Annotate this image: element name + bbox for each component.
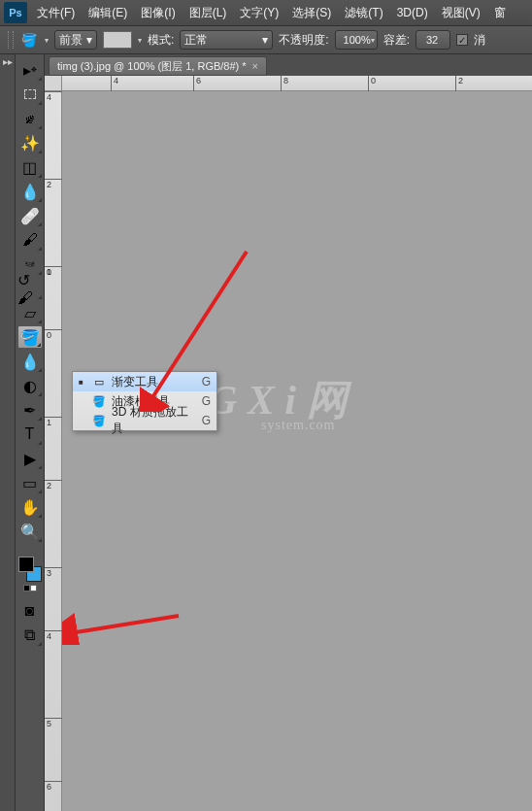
history-brush-tool[interactable]: ↺🖌 — [17, 277, 43, 300]
flyout-label: 3D 材质拖放工具 — [112, 404, 196, 437]
menu-type[interactable]: 文字(Y) — [236, 3, 283, 23]
options-bar: 🪣 ▾ 前景 ▾ ▾ 模式: 正常 ▾ 不透明度: 100%▾ 容差: 32 ✓… — [0, 25, 532, 54]
flyout-gradient[interactable]: ■ ▭ 渐变工具 G — [73, 372, 216, 391]
color-swatches[interactable] — [17, 556, 43, 583]
tab-bar: timg (3).jpg @ 100% (图层 1, RGB/8#) * × — [45, 54, 532, 76]
quick-mask[interactable]: ◙ — [17, 599, 43, 623]
lasso-tool[interactable]: ⸙ — [17, 107, 43, 130]
tool-preset-dropdown[interactable]: ▾ — [45, 36, 49, 45]
toolbox: ▸✥ ⸙ ✨ ◫ 💧 🩹 🖌 ⎃ ↺🖌 ▱ 🪣 💧 ◐ ✒ T ▶ ▭ ✋ 🔍 … — [16, 54, 45, 811]
antialias-checkbox[interactable]: ✓ — [456, 34, 468, 46]
opacity-label: 不透明度: — [279, 32, 328, 49]
flyout-shortcut: G — [202, 414, 211, 427]
chevron-down-icon: ▾ — [262, 33, 268, 47]
hand-tool[interactable]: ✋ — [17, 495, 43, 519]
eyedropper-tool[interactable]: 💧 — [17, 180, 43, 203]
flyout-shortcut: G — [202, 394, 211, 408]
magic-wand-tool[interactable]: ✨ — [17, 131, 43, 154]
menu-bar: Ps 文件(F) 编辑(E) 图像(I) 图层(L) 文字(Y) 选择(S) 滤… — [0, 0, 532, 25]
move-tool[interactable]: ▸✥ — [17, 58, 43, 82]
watermark-sub: system.com — [261, 418, 336, 433]
default-colors[interactable] — [23, 585, 37, 591]
marquee-tool[interactable] — [17, 83, 43, 106]
dodge-tool[interactable]: ◐ — [17, 374, 43, 397]
mode-select[interactable]: 正常 ▾ — [180, 30, 273, 50]
tab-title: timg (3).jpg @ 100% (图层 1, RGB/8#) * — [57, 59, 247, 74]
menu-file[interactable]: 文件(F) — [33, 3, 79, 23]
close-icon[interactable]: × — [252, 60, 258, 72]
svg-line-1 — [70, 616, 179, 633]
menu-edit[interactable]: 编辑(E) — [84, 3, 131, 23]
menu-window[interactable]: 窗 — [490, 3, 510, 23]
eraser-tool[interactable]: ▱ — [17, 301, 43, 324]
fill-value: 前景 — [59, 32, 83, 49]
mode-value: 正常 — [184, 32, 208, 49]
path-select-tool[interactable]: ▶ — [17, 447, 43, 470]
healing-brush-tool[interactable]: 🩹 — [17, 204, 43, 227]
chevron-down-icon: ▾ — [86, 33, 92, 47]
flyout-label: 渐变工具 — [112, 374, 196, 390]
crop-tool[interactable]: ◫ — [17, 155, 43, 179]
document-tab[interactable]: timg (3).jpg @ 100% (图层 1, RGB/8#) * × — [49, 56, 267, 76]
paint-bucket-tool[interactable]: 🪣 — [17, 325, 43, 349]
app-logo: Ps — [4, 2, 27, 23]
menu-image[interactable]: 图像(I) — [137, 3, 179, 23]
canvas-wrap: 468024 42010123456 G X i 网 system.com ■ … — [45, 76, 532, 811]
workspace: ▸▸ ▸✥ ⸙ ✨ ◫ 💧 🩹 🖌 ⎃ ↺🖌 ▱ 🪣 💧 ◐ ✒ T ▶ ▭ ✋… — [0, 54, 532, 811]
drag-handle[interactable] — [8, 31, 14, 49]
annotation-arrow — [62, 606, 188, 645]
canvas[interactable]: G X i 网 system.com ■ ▭ 渐变工具 G 🪣 油漆桶工具 G — [62, 91, 532, 811]
fill-select[interactable]: 前景 ▾ — [54, 30, 97, 50]
menu-select[interactable]: 选择(S) — [288, 3, 335, 23]
menu-filter[interactable]: 滤镜(T) — [341, 3, 386, 23]
panel-strip: ▸▸ — [0, 54, 16, 811]
blur-tool[interactable]: 💧 — [17, 350, 43, 373]
ruler-origin[interactable] — [45, 76, 62, 91]
material-icon: 🪣 — [92, 415, 106, 427]
rectangle-tool[interactable]: ▭ — [17, 471, 43, 494]
pen-tool[interactable]: ✒ — [17, 398, 43, 422]
opacity-input[interactable]: 100%▾ — [335, 30, 378, 50]
ruler-horizontal[interactable]: 468024 — [62, 76, 532, 91]
chevron-down-icon: ▾ — [371, 36, 375, 45]
foreground-color[interactable] — [18, 557, 34, 572]
tool-flyout: ■ ▭ 渐变工具 G 🪣 油漆桶工具 G 🪣 3D 材质拖放工具 — [72, 371, 217, 431]
mode-label: 模式: — [148, 32, 174, 49]
menu-3d[interactable]: 3D(D) — [393, 4, 432, 21]
screen-mode[interactable]: ⧉ — [17, 624, 43, 647]
tolerance-input[interactable]: 32 — [416, 30, 450, 50]
brush-tool[interactable]: 🖌 — [17, 228, 43, 252]
active-dot-icon: ■ — [79, 378, 86, 387]
menu-view[interactable]: 视图(V) — [438, 3, 484, 23]
flyout-shortcut: G — [202, 375, 211, 389]
bucket-icon: 🪣 — [92, 395, 106, 408]
tolerance-label: 容差: — [383, 32, 410, 49]
flyout-3d-material[interactable]: 🪣 3D 材质拖放工具 G — [73, 411, 216, 430]
pattern-swatch[interactable] — [103, 31, 132, 49]
zoom-tool[interactable]: 🔍 — [17, 520, 43, 543]
type-tool[interactable]: T — [17, 422, 43, 446]
expand-icon[interactable]: ▸▸ — [0, 54, 15, 67]
antialias-label: 消 — [474, 32, 485, 49]
ruler-vertical[interactable]: 42010123456 — [45, 91, 62, 811]
current-tool-icon: 🪣 — [19, 30, 39, 50]
menu-layer[interactable]: 图层(L) — [185, 3, 231, 23]
gradient-icon: ▭ — [92, 376, 106, 389]
document-area: timg (3).jpg @ 100% (图层 1, RGB/8#) * × 4… — [45, 54, 532, 811]
pattern-dropdown[interactable]: ▾ — [138, 36, 142, 45]
